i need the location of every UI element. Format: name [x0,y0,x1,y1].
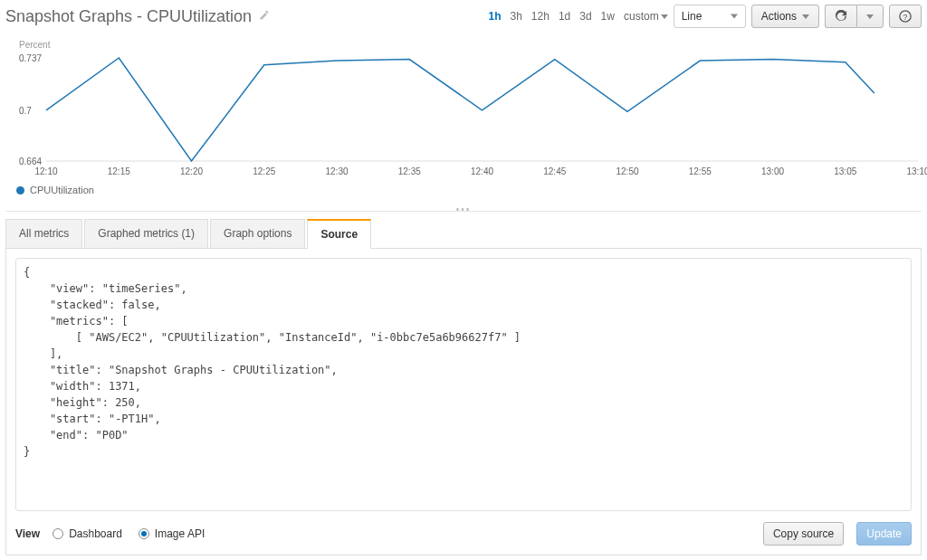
y-tick-label: 0.7 [19,105,32,115]
time-range-1w[interactable]: 1w [601,10,615,23]
metric-chart: Percent 0.6640.70.737 12:1012:1512:2012:… [5,40,922,203]
x-tick-label: 12:50 [616,166,638,176]
copy-source-button[interactable]: Copy source [763,522,844,546]
actions-button[interactable]: Actions [751,5,819,28]
tab-graphed-metrics[interactable]: Graphed metrics (1) [84,219,208,248]
time-range-3h[interactable]: 3h [511,10,522,23]
chart-plot-area[interactable] [5,52,922,166]
x-tick-label: 12:30 [325,166,348,176]
chevron-down-icon [802,14,809,19]
x-tick-label: 13:10 [906,166,927,176]
y-tick-label: 0.664 [19,157,42,166]
x-tick-label: 12:40 [471,166,493,176]
x-tick-label: 12:25 [253,166,275,176]
edit-title-icon[interactable] [259,10,270,24]
time-range-1d[interactable]: 1d [559,10,570,23]
legend-color-swatch [16,186,24,195]
x-tick-label: 12:10 [34,166,57,176]
chevron-down-icon [731,14,738,19]
view-radio-image-api[interactable]: Image API [139,527,205,540]
source-panel-footer: View Dashboard Image API Copy source Upd… [15,522,912,546]
source-panel: { "view": "timeSeries", "stacked": false… [5,249,922,555]
legend-series-label: CPUUtilization [30,185,94,195]
x-tick-label: 13:00 [761,166,784,176]
x-tick-label: 12:15 [108,166,130,176]
svg-text:?: ? [903,13,908,22]
x-tick-label: 12:55 [689,166,712,176]
tab-graph-options[interactable]: Graph options [210,219,305,248]
chevron-down-icon [661,14,668,19]
view-label: View [15,527,40,540]
refresh-button-group [825,5,884,28]
y-axis-label: Percent [19,40,50,50]
refresh-options-button[interactable] [856,5,884,28]
source-json-editor[interactable]: { "view": "timeSeries", "stacked": false… [15,258,912,511]
y-tick-label: 0.737 [19,53,42,63]
time-range-3d[interactable]: 3d [579,10,591,23]
header-toolbar: Snapshot Graphs - CPUUtilization 1h 3h 1… [5,2,922,31]
x-tick-label: 12:45 [543,166,566,176]
chart-legend: CPUUtilization [16,185,94,195]
tab-bar: All metrics Graphed metrics (1) Graph op… [5,219,922,249]
tab-all-metrics[interactable]: All metrics [5,219,82,248]
time-range-12h[interactable]: 12h [531,10,550,23]
x-tick-label: 13:05 [834,166,856,176]
update-button[interactable]: Update [856,522,912,546]
time-range-picker: 1h 3h 12h 1d 3d 1w custom [488,10,667,23]
page-title: Snapshot Graphs - CPUUtilization [5,7,252,26]
view-radio-dashboard[interactable]: Dashboard [53,527,122,540]
refresh-button[interactable] [825,5,856,28]
x-tick-label: 12:35 [398,166,421,176]
help-button[interactable]: ? [889,5,922,28]
panel-splitter[interactable]: ••• [5,204,922,212]
tab-source[interactable]: Source [307,219,371,248]
chevron-down-icon [866,14,874,19]
time-range-custom[interactable]: custom [624,10,668,23]
time-range-1h[interactable]: 1h [488,10,501,23]
x-tick-label: 12:20 [180,166,203,176]
chart-type-select[interactable]: Line [674,5,746,28]
